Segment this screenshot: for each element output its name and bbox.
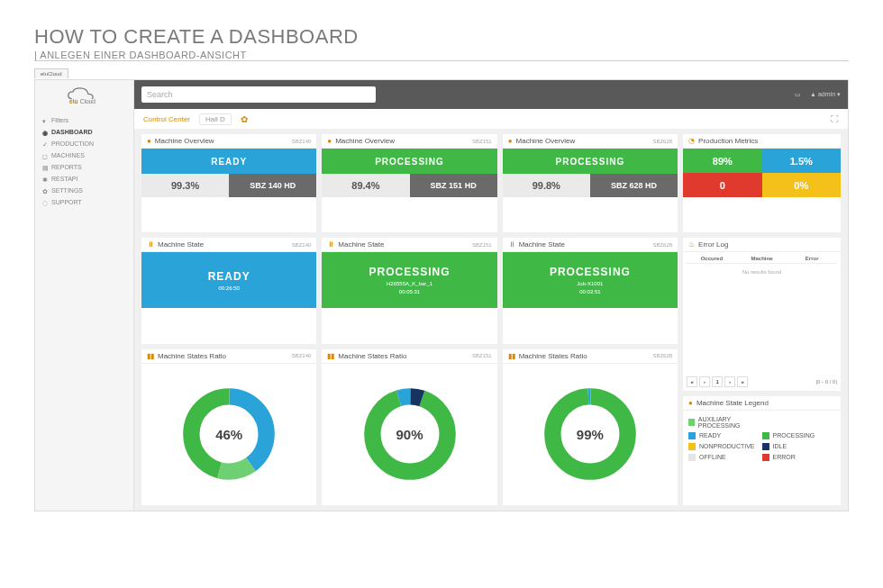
topbar: Search ▭ ▲ admin ▾ xyxy=(134,80,848,109)
nav-label: PRODUCTION xyxy=(51,140,94,147)
state-status: READY xyxy=(208,270,250,283)
browser-tab[interactable]: eluCloud xyxy=(34,68,68,78)
card-legend: ●Machine State Legend AUXILIARY PROCESSI… xyxy=(683,396,841,505)
app-window: eluCloud ▾Filters ◉DASHBOARD ✓PRODUCTION… xyxy=(34,79,849,511)
legend-label: ERROR xyxy=(773,454,796,460)
nav-label: RESTAPI xyxy=(51,176,77,182)
donut-pct: 90% xyxy=(396,427,423,442)
pager-last[interactable]: » xyxy=(737,376,748,387)
info-icon: ● xyxy=(147,137,151,145)
card-code: SBZ140 xyxy=(292,353,312,358)
nav-label: DASHBOARD xyxy=(51,129,93,135)
legend-idle: IDLE xyxy=(762,441,835,452)
legend-label: AUXILIARY PROCESSING xyxy=(698,416,762,429)
swatch-icon xyxy=(688,454,696,461)
legend-label: OFFLINE xyxy=(699,454,726,460)
card-title: Machine State xyxy=(519,240,565,249)
nav-support[interactable]: ◌SUPPORT xyxy=(35,196,133,208)
chart-icon: ✓ xyxy=(42,141,48,147)
card-title: Machine States Ratio xyxy=(338,352,406,360)
nav-dashboard[interactable]: ◉DASHBOARD xyxy=(35,126,133,138)
expand-icon[interactable]: ⛶ xyxy=(831,114,839,123)
model-label: SBZ 151 HD xyxy=(410,174,497,197)
pager-next[interactable]: › xyxy=(724,376,735,387)
swatch-icon xyxy=(688,419,695,426)
swatch-icon xyxy=(762,443,769,450)
dashboard-icon: ◉ xyxy=(42,130,48,135)
support-icon: ◌ xyxy=(42,200,48,205)
page-subtitle: | ANLEGEN EINER DASHBOARD-ANSICHT xyxy=(34,50,849,60)
nav-reports[interactable]: ▤REPORTS xyxy=(35,161,133,173)
card-code: SBZ140 xyxy=(292,139,312,144)
card-code: SBZ628 xyxy=(652,139,672,144)
nav: ▾Filters ◉DASHBOARD ✓PRODUCTION ◻MACHINE… xyxy=(35,113,133,210)
pause-icon: ⏸ xyxy=(327,240,334,249)
nav-production[interactable]: ✓PRODUCTION xyxy=(35,138,133,149)
legend-label: PROCESSING xyxy=(773,432,815,439)
nav-settings[interactable]: ✿SETTINGS xyxy=(35,185,133,196)
card-title: Error Log xyxy=(698,240,728,249)
pager-page[interactable]: 1 xyxy=(712,376,723,387)
card-ratio-3: ▮▮Machine States RatioSBZ628 99% xyxy=(503,349,678,505)
card-overview-1: ●Machine OverviewSBZ140 READY 99.3%SBZ 1… xyxy=(141,134,316,232)
legend-processing: PROCESSING xyxy=(762,430,835,441)
card-code: SBZ140 xyxy=(292,242,312,248)
nav-machines[interactable]: ◻MACHINES xyxy=(35,149,133,161)
model-label: SBZ 140 HD xyxy=(229,174,316,197)
errorlog-header: Occured Machine Error xyxy=(687,256,837,264)
card-state-3: ⏸Machine StateSBZ628 PROCESSING Job-X100… xyxy=(503,238,678,343)
card-overview-3: ●Machine OverviewSBZ628 PROCESSING 99.8%… xyxy=(503,134,678,232)
state-job: Job-X1001 xyxy=(577,281,603,286)
info-icon: ● xyxy=(508,137,513,145)
svg-text:elu: elu xyxy=(69,98,77,104)
swatch-icon xyxy=(762,454,769,461)
clock-icon: ◔ xyxy=(688,137,695,145)
dashboard-settings-icon[interactable]: ✿ xyxy=(241,114,248,124)
pager-info: |0 - 0 / 0| xyxy=(816,379,837,384)
info-icon: ● xyxy=(688,399,693,407)
report-icon: ▤ xyxy=(42,165,48,170)
gear-icon: ✿ xyxy=(42,188,48,194)
card-title: Machine States Ratio xyxy=(158,352,226,360)
legend-error: ERROR xyxy=(762,452,835,463)
legend-label: IDLE xyxy=(773,443,787,449)
tab-hall-d[interactable]: Hall D xyxy=(199,113,232,125)
status-badge: PROCESSING xyxy=(322,149,496,174)
card-ratio-2: ▮▮Machine States RatioSBZ151 90% xyxy=(322,349,496,505)
swatch-icon xyxy=(688,432,696,439)
state-status: PROCESSING xyxy=(550,266,631,278)
card-state-2: ⏸Machine StateSBZ151 PROCESSING H26555A_… xyxy=(322,238,496,343)
card-code: SBZ151 xyxy=(472,139,492,144)
card-code: SBZ628 xyxy=(652,353,672,358)
search-input[interactable]: Search xyxy=(141,86,376,103)
bar-icon: ▮▮ xyxy=(147,352,154,360)
status-badge: PROCESSING xyxy=(503,149,678,174)
state-job: H26555A_K_bar_1 xyxy=(387,281,432,286)
legend-label: READY xyxy=(699,432,721,439)
card-production-metrics: ◔Production Metrics 89% 1.5% 0 0% xyxy=(683,134,841,232)
empty-message: No results found xyxy=(687,269,837,275)
user-menu[interactable]: ▲ admin ▾ xyxy=(810,91,841,98)
logo: eluCloud xyxy=(35,80,133,113)
pager-first[interactable]: « xyxy=(687,376,697,387)
status-badge: READY xyxy=(141,149,316,174)
nav-filters[interactable]: ▾Filters xyxy=(35,114,133,126)
bar-icon: ▮▮ xyxy=(508,352,515,360)
legend-offline: OFFLINE xyxy=(688,452,761,463)
pager: « ‹ 1 › » |0 - 0 / 0| xyxy=(687,376,837,387)
model-label: SBZ 628 HD xyxy=(590,174,678,197)
card-title: Machine Overview xyxy=(335,137,395,145)
nav-restapi[interactable]: ✱RESTAPI xyxy=(35,173,133,185)
sidebar: eluCloud ▾Filters ◉DASHBOARD ✓PRODUCTION… xyxy=(35,80,134,511)
metric-cell: 1.5% xyxy=(762,149,841,173)
machine-icon: ◻ xyxy=(42,153,48,158)
chat-icon[interactable]: ▭ xyxy=(795,91,801,98)
bar-icon: ▮▮ xyxy=(327,352,334,360)
col-occured: Occured xyxy=(687,256,737,261)
api-icon: ✱ xyxy=(42,176,48,182)
metric-cell: 89% xyxy=(683,149,761,173)
breadcrumb-control-center[interactable]: Control Center xyxy=(143,115,190,123)
swatch-icon xyxy=(688,443,696,450)
pager-prev[interactable]: ‹ xyxy=(699,376,710,387)
state-status: PROCESSING xyxy=(369,266,451,278)
